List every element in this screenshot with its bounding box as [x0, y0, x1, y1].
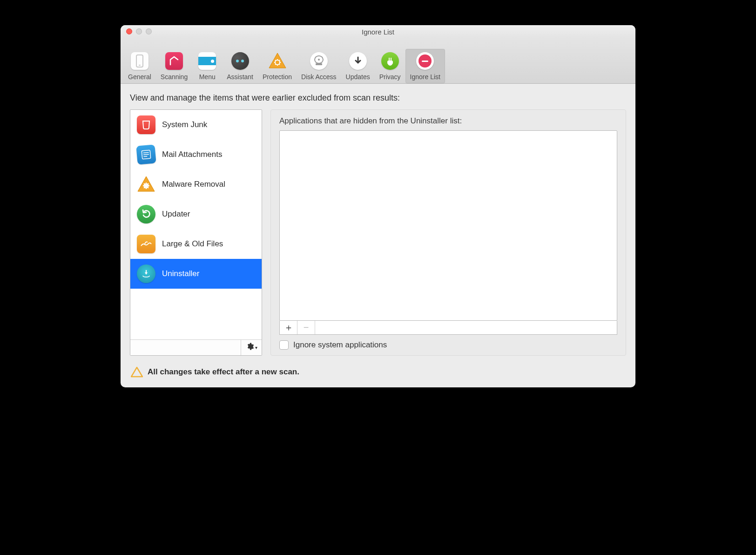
sidebar-item-malware-removal[interactable]: Malware Removal: [130, 169, 262, 199]
tab-privacy[interactable]: Privacy: [375, 49, 405, 83]
gear-icon: [246, 342, 254, 353]
warning-icon: [131, 366, 143, 378]
svg-line-19: [143, 152, 149, 153]
list-controls: ＋ −: [279, 321, 617, 335]
updates-icon: [349, 52, 367, 70]
sidebar-item-uninstaller[interactable]: Uninstaller: [130, 259, 262, 289]
category-list: System Junk Mail Attachments Malware Rem…: [130, 110, 262, 339]
svg-line-20: [143, 154, 149, 155]
sidebar-item-label: Updater: [162, 210, 190, 219]
svg-marker-28: [131, 367, 142, 377]
svg-rect-16: [389, 58, 390, 61]
tab-label: Protection: [263, 73, 292, 81]
content-area: View and manage the items that were earl…: [121, 84, 635, 387]
sidebar-footer: ▾: [130, 339, 262, 355]
tab-label: Updates: [346, 73, 370, 81]
tab-general[interactable]: General: [123, 49, 156, 83]
svg-line-21: [143, 156, 147, 157]
svg-rect-1: [139, 65, 141, 66]
checkbox-label: Ignore system applications: [293, 340, 387, 350]
window-title: Ignore List: [125, 28, 631, 36]
mail-attachments-icon: [136, 144, 156, 164]
svg-line-10: [275, 64, 276, 65]
tab-disk-access[interactable]: Disk Access: [297, 49, 341, 83]
disk-access-icon: [310, 52, 328, 70]
sidebar-item-system-junk[interactable]: System Junk: [130, 110, 262, 140]
tab-protection[interactable]: Protection: [258, 49, 297, 83]
privacy-icon: [381, 52, 399, 70]
tab-label: Disk Access: [301, 73, 336, 81]
svg-line-9: [279, 60, 280, 61]
tab-label: General: [128, 73, 151, 81]
detail-pane: Applications that are hidden from the Un…: [270, 109, 626, 356]
tab-updates[interactable]: Updates: [341, 49, 375, 83]
tab-label: Privacy: [379, 73, 401, 81]
minimize-window-button[interactable]: [136, 28, 142, 34]
sidebar-item-label: Large & Old Files: [162, 239, 223, 249]
sidebar-item-label: Malware Removal: [162, 180, 225, 189]
titlebar: Ignore List: [121, 25, 635, 38]
scanning-icon: [165, 52, 183, 70]
add-button[interactable]: ＋: [280, 321, 297, 334]
tab-label: Assistant: [227, 73, 253, 81]
remove-button[interactable]: −: [297, 321, 315, 334]
chevron-down-icon: ▾: [255, 345, 257, 350]
sidebar-item-mail-attachments[interactable]: Mail Attachments: [130, 140, 262, 169]
large-old-files-icon: [137, 235, 155, 253]
svg-point-13: [318, 59, 320, 61]
uninstaller-icon: [137, 264, 155, 283]
protection-icon: [268, 52, 287, 70]
tab-menu[interactable]: Menu: [192, 49, 222, 83]
sidebar-item-large-old-files[interactable]: Large & Old Files: [130, 229, 262, 259]
updater-icon: [137, 205, 155, 223]
tab-label: Menu: [199, 73, 216, 81]
zoom-window-button[interactable]: [146, 28, 152, 34]
general-icon: [130, 52, 149, 70]
svg-line-11: [279, 64, 280, 65]
tab-label: Scanning: [161, 73, 188, 81]
page-heading: View and manage the items that were earl…: [130, 93, 626, 103]
hidden-apps-list[interactable]: [279, 130, 617, 321]
plus-icon: ＋: [284, 321, 293, 334]
tab-assistant[interactable]: Assistant: [222, 49, 258, 83]
svg-rect-15: [387, 61, 393, 64]
sidebar-actions-menu[interactable]: ▾: [241, 340, 262, 355]
footer-note-text: All changes take effect after a new scan…: [148, 367, 299, 377]
tab-scanning[interactable]: Scanning: [156, 49, 192, 83]
ignore-list-icon: [416, 52, 434, 70]
sidebar-item-label: Mail Attachments: [162, 150, 222, 159]
svg-rect-14: [316, 63, 322, 65]
sidebar-item-label: System Junk: [162, 120, 207, 129]
sidebar-item-label: Uninstaller: [162, 269, 199, 278]
svg-line-8: [275, 60, 276, 61]
window-controls: [126, 28, 152, 34]
assistant-icon: [231, 52, 250, 70]
ignore-system-apps-checkbox[interactable]: [279, 340, 289, 350]
tab-ignore-list[interactable]: Ignore List: [405, 49, 445, 83]
sidebar-item-updater[interactable]: Updater: [130, 199, 262, 229]
malware-removal-icon: [137, 175, 155, 194]
detail-heading: Applications that are hidden from the Un…: [279, 116, 617, 126]
close-window-button[interactable]: [126, 28, 132, 34]
panes: System Junk Mail Attachments Malware Rem…: [130, 109, 626, 356]
footer-note: All changes take effect after a new scan…: [130, 362, 626, 382]
ignore-system-apps-row: Ignore system applications: [279, 335, 617, 350]
tab-label: Ignore List: [410, 73, 440, 81]
preferences-toolbar: General Scanning Menu: [121, 38, 635, 84]
preferences-window: Ignore List General Scanning: [121, 25, 635, 387]
svg-rect-17: [391, 58, 392, 61]
category-sidebar: System Junk Mail Attachments Malware Rem…: [130, 109, 262, 356]
system-junk-icon: [137, 115, 155, 134]
minus-icon: −: [304, 322, 309, 333]
menu-icon: [198, 52, 216, 70]
